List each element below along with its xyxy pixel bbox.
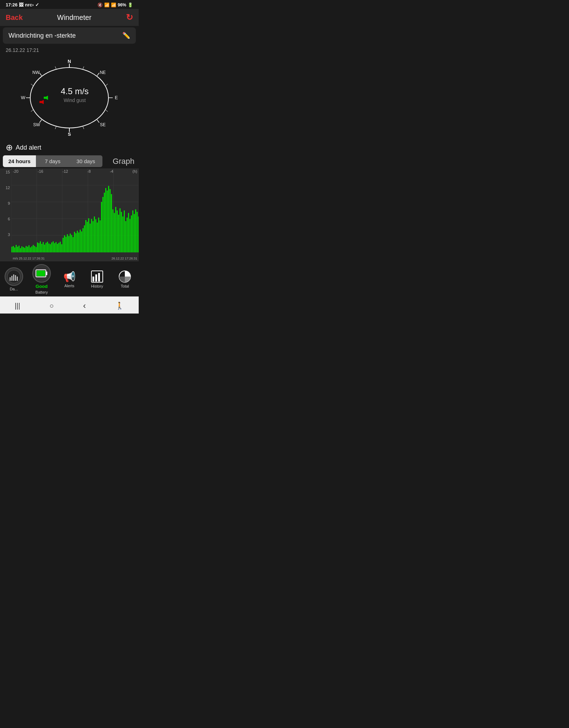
- mute-icon: 🔇: [97, 2, 103, 7]
- svg-rect-129: [134, 214, 135, 252]
- add-alert-label: Add alert: [16, 144, 41, 151]
- svg-rect-91: [80, 230, 81, 252]
- status-bar: 17:26 🖼 nrc› ✓ 🔇 📶 📶 96% 🔋: [0, 0, 139, 9]
- svg-rect-71: [51, 242, 52, 252]
- svg-rect-108: [104, 193, 105, 252]
- alerts-icon: 📢: [63, 271, 76, 283]
- svg-rect-73: [54, 243, 55, 252]
- battery-status-label: Good: [36, 284, 48, 289]
- y-label-15: 15: [6, 170, 10, 174]
- chart-area: -20 -16 -12 -8 -4 (h) 15 12 9 6 3 0: [0, 168, 139, 261]
- svg-rect-58: [33, 245, 34, 252]
- svg-rect-109: [105, 188, 106, 252]
- svg-rect-96: [87, 222, 88, 252]
- svg-rect-89: [77, 231, 78, 252]
- add-alert-section[interactable]: ⊕ Add alert: [0, 140, 139, 154]
- system-person-button[interactable]: 🚶: [115, 301, 124, 310]
- svg-rect-67: [46, 243, 47, 252]
- svg-rect-57: [31, 246, 32, 252]
- svg-rect-54: [27, 247, 28, 252]
- svg-text:SE: SE: [100, 122, 106, 127]
- tab-7days[interactable]: 7 days: [36, 155, 69, 167]
- svg-rect-64: [41, 244, 42, 252]
- svg-rect-131: [137, 212, 138, 252]
- check-icon: ✓: [35, 2, 39, 7]
- svg-rect-134: [10, 277, 11, 281]
- refresh-button[interactable]: ↻: [126, 12, 133, 22]
- svg-rect-141: [37, 271, 45, 276]
- svg-rect-80: [64, 235, 65, 252]
- system-back-button[interactable]: ‹: [83, 301, 86, 311]
- svg-rect-126: [129, 219, 131, 252]
- svg-rect-52: [24, 248, 25, 252]
- svg-rect-60: [36, 247, 37, 252]
- svg-line-8: [39, 73, 42, 76]
- status-right: 🔇 📶 📶 96% 🔋: [97, 2, 133, 7]
- svg-line-2: [97, 73, 99, 76]
- battery-icon: 🔋: [128, 2, 133, 7]
- system-menu-button[interactable]: |||: [15, 302, 20, 310]
- edit-icon[interactable]: ✏️: [122, 32, 130, 39]
- svg-rect-68: [47, 242, 48, 252]
- bottom-nav-data[interactable]: Da...: [0, 267, 28, 291]
- svg-text:S: S: [68, 132, 71, 137]
- back-button[interactable]: Back: [6, 14, 23, 22]
- add-icon[interactable]: ⊕: [6, 143, 13, 152]
- svg-rect-90: [78, 232, 79, 252]
- tab-30days[interactable]: 30 days: [69, 155, 102, 167]
- svg-rect-103: [97, 223, 98, 252]
- svg-rect-98: [90, 224, 91, 252]
- svg-rect-106: [101, 202, 102, 252]
- chart-start-timestamp: m/s 25.12.22 17:26:31: [13, 257, 45, 260]
- svg-rect-93: [83, 228, 84, 252]
- svg-rect-137: [15, 275, 16, 281]
- svg-rect-138: [17, 277, 18, 281]
- svg-rect-44: [13, 246, 14, 252]
- svg-line-12: [106, 110, 108, 112]
- svg-rect-125: [128, 213, 129, 252]
- svg-rect-116: [115, 207, 116, 252]
- svg-rect-112: [110, 189, 111, 252]
- content-header: Windrichting en -sterkte ✏️: [3, 27, 136, 44]
- svg-rect-46: [16, 245, 17, 252]
- battery-tab-label: Battery: [36, 290, 48, 294]
- chart-bottom-timestamps: m/s 25.12.22 17:26:31 26.12.22 17:26:31: [11, 257, 139, 260]
- wind-chart-svg: [11, 168, 139, 252]
- svg-rect-69: [48, 243, 49, 252]
- navigation-bar: Back Windmeter ↻: [0, 9, 139, 26]
- svg-rect-83: [68, 236, 69, 252]
- svg-rect-62: [38, 243, 39, 252]
- svg-rect-59: [34, 246, 35, 252]
- bottom-nav-history[interactable]: History: [83, 270, 111, 288]
- svg-rect-55: [28, 245, 30, 252]
- svg-rect-119: [119, 208, 121, 252]
- svg-rect-102: [95, 219, 96, 252]
- bottom-nav-total[interactable]: Total: [111, 270, 139, 288]
- bottom-nav-battery[interactable]: Good Battery: [28, 264, 55, 294]
- history-icon-svg: [91, 270, 103, 283]
- svg-rect-94: [84, 225, 85, 252]
- svg-rect-132: [138, 216, 139, 252]
- svg-rect-111: [108, 186, 109, 252]
- svg-rect-118: [118, 215, 119, 252]
- svg-rect-140: [46, 272, 47, 275]
- svg-line-13: [83, 127, 84, 129]
- compass-container: N NE E SE S SW W NW 4.5 m/s Wind gust: [0, 53, 139, 140]
- total-icon-svg: [118, 270, 131, 283]
- svg-rect-123: [125, 221, 126, 252]
- svg-rect-84: [70, 234, 71, 252]
- graph-label: Graph: [113, 157, 136, 166]
- svg-rect-63: [40, 241, 41, 252]
- bottom-navigation: Da... Good Battery 📢 Alerts History: [0, 261, 139, 296]
- tab-24hours[interactable]: 24 hours: [3, 155, 36, 167]
- svg-rect-145: [98, 273, 100, 282]
- bottom-nav-alerts[interactable]: 📢 Alerts: [55, 271, 83, 288]
- svg-rect-51: [23, 247, 24, 252]
- svg-text:NW: NW: [32, 70, 40, 75]
- time-range-row: 24 hours 7 days 30 days Graph: [0, 154, 139, 168]
- svg-rect-61: [37, 242, 38, 252]
- system-home-button[interactable]: ○: [49, 302, 54, 310]
- svg-text:N: N: [68, 59, 71, 64]
- alerts-tab-label: Alerts: [64, 284, 74, 288]
- svg-rect-81: [65, 237, 67, 252]
